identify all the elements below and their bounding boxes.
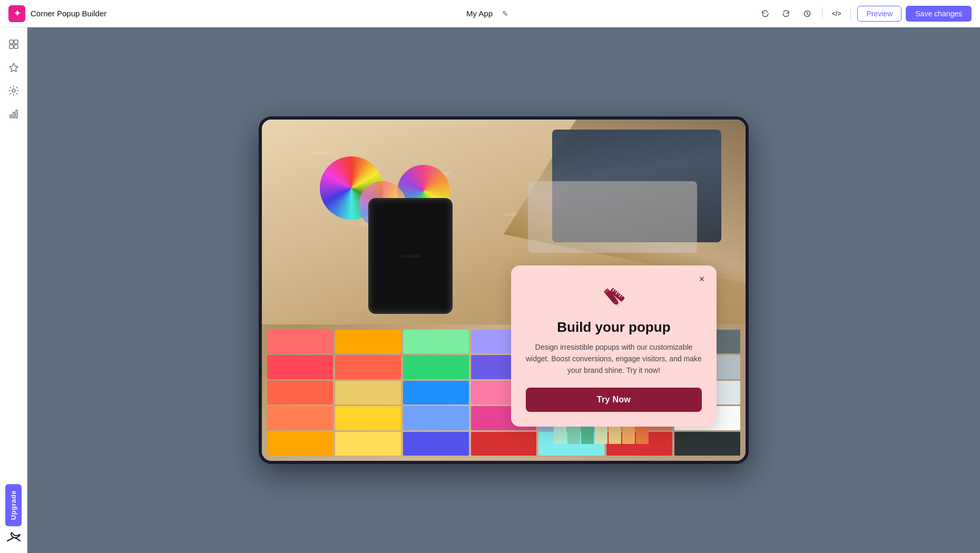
strip-cell — [335, 406, 401, 430]
logo-area: ✦ Corner Popup Builder — [8, 5, 757, 22]
palette-strip — [335, 330, 401, 456]
bird-icon — [6, 530, 21, 545]
strip-cell — [403, 381, 469, 404]
save-button[interactable]: Save changes — [906, 6, 972, 22]
current-page-title: My App — [466, 9, 493, 18]
popup-close-button[interactable]: × — [694, 272, 709, 287]
strip-cell — [403, 355, 469, 379]
svg-point-5 — [12, 89, 15, 92]
strip-cell — [335, 432, 401, 456]
tablet-watermark: Unsplash — [400, 253, 420, 259]
sidebar-item-analytics[interactable] — [3, 103, 24, 124]
tablet-device: Unsplash — [368, 198, 453, 314]
popup-cta-button[interactable]: Try Now — [526, 388, 702, 412]
svg-rect-2 — [14, 40, 18, 44]
strip-cell — [335, 330, 401, 353]
upgrade-button[interactable]: Upgrade — [5, 484, 22, 526]
svg-rect-8 — [16, 110, 17, 118]
palette-strip — [403, 330, 469, 456]
svg-rect-6 — [10, 115, 12, 118]
preview-button[interactable]: Preview — [857, 6, 901, 22]
keyboard-bg — [528, 181, 697, 253]
strip-cell — [403, 406, 469, 430]
popup-description: Design irresistible popups with our cust… — [526, 342, 702, 376]
sidebar-item-widgets[interactable] — [3, 57, 24, 78]
undo-button[interactable] — [757, 5, 773, 22]
strip-cell — [471, 432, 537, 456]
topbar: ✦ Corner Popup Builder My App ✎ — [0, 0, 980, 27]
mockup-frame: Unsplash Unsplash Unsplash Unsplash Unsp… — [259, 116, 749, 464]
logo-icon: ✦ — [8, 5, 25, 22]
center-title-area: My App ✎ — [466, 5, 514, 22]
strip-cell — [674, 432, 740, 456]
strip-cell — [267, 381, 333, 404]
redo-button[interactable] — [778, 5, 795, 22]
code-view-button[interactable]: </> — [829, 5, 844, 22]
popup-title: Build your popup — [557, 319, 670, 335]
popup-card: × — [511, 265, 717, 427]
svg-rect-1 — [9, 40, 13, 44]
sidebar-item-layout[interactable] — [3, 34, 24, 55]
svg-rect-7 — [13, 112, 14, 118]
strip-cell — [335, 355, 401, 379]
strip-cell — [403, 432, 469, 456]
sidebar: Upgrade — [0, 27, 27, 553]
main-area: Upgrade Unsplash Unsplash Unsplash Unspl… — [0, 27, 980, 553]
toolbar-divider-2 — [850, 8, 851, 19]
strip-cell — [267, 432, 333, 456]
strip-cell — [403, 330, 469, 353]
strip-cell — [267, 406, 333, 430]
app-title: Corner Popup Builder — [31, 9, 106, 18]
history-button[interactable] — [799, 5, 816, 22]
watermark-1: Unsplash — [310, 150, 330, 155]
palette-strip — [267, 330, 333, 456]
strip-cell — [267, 330, 333, 353]
strip-cell — [267, 355, 333, 379]
svg-rect-4 — [14, 45, 18, 48]
canvas[interactable]: Unsplash Unsplash Unsplash Unsplash Unsp… — [27, 27, 980, 553]
svg-rect-3 — [9, 45, 13, 48]
sidebar-item-settings[interactable] — [3, 80, 24, 101]
popup-icon — [598, 282, 630, 314]
edit-title-button[interactable]: ✎ — [497, 5, 514, 22]
strip-cell — [335, 381, 401, 404]
toolbar-divider — [822, 8, 822, 19]
sidebar-bottom: Upgrade — [5, 484, 22, 547]
right-actions: </> Preview Save changes — [757, 5, 972, 22]
